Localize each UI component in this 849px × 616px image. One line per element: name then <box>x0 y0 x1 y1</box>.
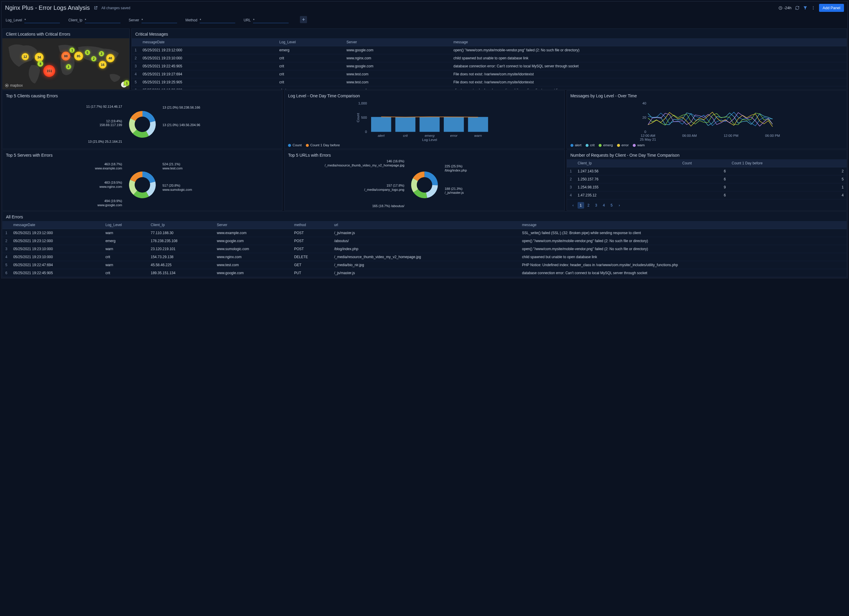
filter-label: URL <box>244 18 251 22</box>
table-row[interactable]: 505/25/2021 19:22:47:694warn45.58.46.225… <box>2 261 847 269</box>
legend-item: warn <box>633 143 645 147</box>
panel-title: Top 5 Clients causing Errors <box>2 91 282 100</box>
pager-page[interactable]: 1 <box>578 202 584 209</box>
table-row[interactable]: 21.250.157.7665 <box>567 175 847 183</box>
panel-log-level-comparison: Log Level - One Day Time Comparison 0500… <box>284 90 565 149</box>
donut-chart[interactable]: 524 (21.1%)www.test.com517 (20.8%)www.su… <box>2 160 282 210</box>
svg-text:error: error <box>450 134 458 137</box>
donut-slice-label: 524 (21.1%)www.test.com <box>162 162 183 171</box>
map-bubble[interactable]: 2 <box>91 56 97 61</box>
map-bubble[interactable]: 88 <box>61 52 70 61</box>
table-row[interactable]: 41.47.235.1264 <box>567 191 847 199</box>
svg-text:0: 0 <box>644 130 646 134</box>
add-filter-button[interactable]: + <box>300 16 307 23</box>
table-row[interactable]: 205/25/2021 19:23:12:000emerg178.238.235… <box>2 237 847 245</box>
filter-label: Server <box>129 18 139 22</box>
svg-text:1,000: 1,000 <box>358 101 367 105</box>
table-row[interactable]: 405/25/2021 19:23:10:000crit154.73.29.13… <box>2 253 847 261</box>
map-bubble[interactable]: 1 <box>124 80 130 86</box>
filter-label: Client_Ip <box>68 18 82 22</box>
legend-item: error <box>617 143 629 147</box>
more-icon[interactable] <box>811 6 815 10</box>
legend-item: emerg <box>599 143 613 147</box>
requests-table[interactable]: Client_IpCountCount 1 Day before11.247.1… <box>567 160 847 200</box>
panel-title: Top 5 URLs with Errors <box>284 150 564 160</box>
filter-input-log_level[interactable] <box>24 17 60 23</box>
donut-slice-label: 157 (17.8%)/_media/company_logo.png <box>364 184 404 192</box>
filter-input-url[interactable] <box>253 17 289 23</box>
panel-title: Number of Requests by Client - One Day T… <box>567 150 847 160</box>
table-row[interactable]: 505/25/2021 19:19:25:905critwww.test.com… <box>132 78 847 87</box>
map-bubble[interactable]: 12 <box>22 53 29 60</box>
dashboard-header: Nginx Plus - Error Logs Analysis All cha… <box>1 1 848 14</box>
table-row[interactable]: 31.254.98.15591 <box>567 183 847 191</box>
panel-requests-by-client: Number of Requests by Client - One Day T… <box>567 149 847 211</box>
pagination: ‹12345› <box>567 200 847 210</box>
donut-chart[interactable]: 225 (25.5%)/blog/index.php188 (21.3%)/_j… <box>284 160 564 210</box>
table-row[interactable]: 605/25/2021 19:16:32:000alertwww.example… <box>132 87 847 89</box>
bar-chart[interactable]: 05001,000CountalertcritemergerrorwarnLog… <box>284 100 564 142</box>
pager-next[interactable]: › <box>616 202 623 209</box>
svg-text:20: 20 <box>642 115 646 119</box>
world-map[interactable]: mapbox i 1234881855324881513161 <box>2 38 130 89</box>
donut-slice-label: 463 (18.7%)www.example.com <box>95 162 122 171</box>
donut-slice-label: 146 (16.6%)/_media/resource_thumb_video_… <box>325 160 404 168</box>
table-row[interactable]: 11.247.143.5662 <box>567 167 847 175</box>
filter-input-method[interactable] <box>200 17 235 23</box>
critical-messages-table[interactable]: messageDateLog_LevelServermessage105/25/… <box>132 38 847 89</box>
table-row[interactable]: 105/25/2021 19:23:12:000emergwww.google.… <box>132 46 847 54</box>
legend-item: alert <box>570 143 581 147</box>
donut-slice-label: 188 (21.3%)/_js/master.js <box>445 187 464 195</box>
donut-slice-label: 225 (25.5%)/blog/index.php <box>445 164 467 173</box>
filter-bar: Log_LevelClient_IpServerMethodURL+ <box>1 14 848 28</box>
donut-slice-label: 11 (17.7%) 92.114.46.17 <box>86 105 122 109</box>
table-row[interactable]: 205/25/2021 19:23:10:000critwww.nginx.co… <box>132 54 847 62</box>
pager-page[interactable]: 3 <box>593 202 600 209</box>
filter-input-client_ip[interactable] <box>85 17 121 23</box>
svg-text:emerg: emerg <box>425 134 435 137</box>
pager-page[interactable]: 4 <box>601 202 607 209</box>
svg-text:25 May 21: 25 May 21 <box>640 137 656 141</box>
panel-messages-over-time: Messages by Log Level - Over Time 020401… <box>567 90 847 149</box>
table-row[interactable]: 305/25/2021 19:22:45:905critwww.google.c… <box>132 62 847 70</box>
map-bubble[interactable]: 48 <box>106 54 115 62</box>
donut-slice-label: 494 (19.9%)www.google.com <box>98 199 122 207</box>
svg-rect-17 <box>444 117 464 132</box>
pager-prev[interactable]: ‹ <box>570 202 576 209</box>
open-icon[interactable] <box>94 6 98 10</box>
svg-text:40: 40 <box>642 101 646 105</box>
filter-input-server[interactable] <box>142 17 177 23</box>
save-status: All changes saved <box>101 6 130 10</box>
table-row[interactable]: 605/25/2021 19:22:45:905crit189.35.151.1… <box>2 269 847 277</box>
map-bubble[interactable]: 3 <box>66 64 71 69</box>
filter-icon[interactable] <box>803 6 807 10</box>
panel-title: Critical Messages <box>132 29 847 38</box>
add-panel-button[interactable]: Add Panel <box>819 4 844 12</box>
map-bubble[interactable]: 3 <box>99 51 104 57</box>
chart-legend: alertcritemergerrorwarn <box>567 142 847 149</box>
table-row[interactable]: 305/25/2021 19:23:10:000warn23.120.219.1… <box>2 245 847 253</box>
pager-page[interactable]: 5 <box>608 202 615 209</box>
refresh-icon[interactable] <box>795 6 800 10</box>
time-range-picker[interactable]: -24h <box>778 6 791 10</box>
table-row[interactable]: 105/25/2021 19:23:12:000warn77.110.188.3… <box>2 229 847 237</box>
filter-label: Log_Level <box>6 18 22 22</box>
svg-rect-15 <box>420 117 440 132</box>
legend-item: crit <box>585 143 594 147</box>
map-bubble[interactable]: 1 <box>69 48 75 53</box>
line-chart[interactable]: 0204012:00 AM25 May 2106:00 AM12:00 PM06… <box>567 100 847 142</box>
map-bubble[interactable]: 85 <box>74 52 83 61</box>
all-errors-table[interactable]: messageDateLog_LevelClient_IpServermetho… <box>2 221 847 277</box>
svg-text:alert: alert <box>378 134 385 137</box>
map-bubble[interactable]: 34 <box>35 53 43 62</box>
pager-page[interactable]: 2 <box>585 202 592 209</box>
table-row[interactable]: 405/25/2021 19:19:27:694critwww.test.com… <box>132 70 847 78</box>
svg-point-1 <box>813 6 813 7</box>
svg-point-6 <box>6 85 7 86</box>
legend-item: Count 1 Day before <box>306 143 340 147</box>
svg-text:12:00 PM: 12:00 PM <box>724 134 738 137</box>
mapbox-label: mapbox <box>10 84 23 88</box>
legend-item: Count <box>288 143 302 147</box>
map-bubble[interactable]: 5 <box>85 50 90 55</box>
donut-chart[interactable]: 13 (21.0%) 58.238.56.16613 (21.0%) 149.5… <box>2 100 282 149</box>
